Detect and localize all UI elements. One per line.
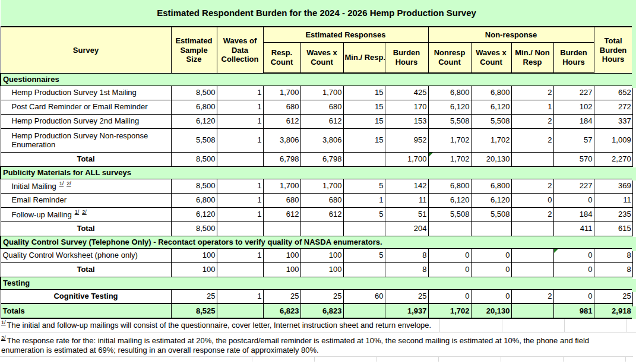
table-row: Total10010010080008	[1, 262, 632, 277]
sheet-gridline	[626, 319, 627, 332]
col-header-survey: Survey	[1, 27, 171, 73]
value-cell: 2	[511, 289, 553, 303]
value-cell: 2	[511, 114, 553, 128]
sheet-gridline	[314, 357, 315, 362]
value-cell: 204	[385, 221, 428, 236]
sheet-gridline-strip	[0, 357, 636, 362]
row-label: Hemp Production Survey 2nd Mailing	[1, 114, 171, 128]
value-cell: 1,702	[428, 152, 471, 166]
value-cell: 170	[385, 100, 428, 114]
footnotes: 1/The initial and follow-up mailings wil…	[0, 319, 636, 362]
value-cell: 8	[385, 262, 428, 277]
value-cell: 6,120	[471, 100, 511, 114]
value-cell	[471, 221, 511, 236]
value-cell: 1,700	[300, 179, 343, 193]
value-cell: 8	[594, 262, 632, 277]
value-cell: 6,120	[428, 100, 471, 114]
value-cell: 2,270	[594, 152, 632, 166]
value-cell: 5	[343, 248, 385, 262]
title-row: Estimated Respondent Burden for the 2024…	[1, 0, 632, 27]
sheet-gridline	[501, 357, 501, 362]
value-cell: 1	[217, 193, 263, 207]
right-margin-fill	[632, 167, 636, 181]
value-cell	[217, 221, 263, 236]
value-cell	[217, 303, 263, 318]
burden-table: Estimated Respondent Burden for the 2024…	[0, 0, 633, 319]
footnote-2: 2/The response rate for the: initial mai…	[0, 333, 633, 357]
value-cell	[511, 221, 553, 236]
value-cell: 25	[263, 289, 300, 303]
value-cell: 153	[385, 114, 428, 128]
value-cell: 1	[217, 289, 263, 303]
value-cell: 272	[594, 100, 632, 114]
section-title: Quality Control Survey (Telephone Only) …	[1, 236, 632, 248]
value-cell: 2	[511, 179, 553, 193]
value-cell: 15	[343, 100, 385, 114]
value-cell: 612	[263, 207, 300, 221]
value-cell: 680	[300, 193, 343, 207]
footnote-ref: 1/	[59, 181, 64, 186]
row-label: Cognitive Testing	[1, 289, 171, 303]
value-cell: 6,800	[171, 100, 217, 114]
value-cell: 1	[217, 128, 263, 152]
value-cell: 11	[594, 193, 632, 207]
value-cell: 5,508	[471, 207, 511, 221]
right-margin-fill	[632, 237, 636, 251]
col-header-sample-size: Estimated Sample Size	[171, 27, 217, 73]
sheet-gridline	[625, 357, 626, 362]
value-cell: 51	[385, 207, 428, 221]
value-cell: 1	[217, 114, 263, 128]
value-cell: 6,120	[171, 114, 217, 128]
row-label: Total	[1, 221, 171, 236]
value-cell	[343, 303, 385, 318]
footnote-ref: 2/	[82, 209, 87, 215]
value-cell: 612	[300, 207, 343, 221]
value-cell: 1	[217, 179, 263, 193]
value-cell: 612	[300, 114, 343, 128]
value-cell: 8	[385, 248, 428, 262]
sheet-gridline	[563, 357, 564, 362]
table-row: Quality Control Worksheet (phone only)10…	[1, 248, 632, 262]
row-label: Email Reminder	[1, 193, 171, 207]
value-cell: 6,823	[300, 303, 343, 318]
table-row: Email Reminder6,80016806801116,1206,1200…	[1, 193, 632, 207]
col-header-nonresp-count: Nonresp Count	[428, 42, 471, 73]
error-flag-triangle	[554, 249, 558, 253]
value-cell: 1,937	[385, 303, 428, 318]
value-cell: 3,806	[263, 128, 300, 152]
col-header-nr-burden-hours: Burden Hours	[553, 42, 594, 73]
value-cell: 6,798	[300, 152, 343, 166]
value-cell: 1	[343, 193, 385, 207]
error-flag-triangle	[429, 153, 433, 157]
value-cell: 6,120	[171, 207, 217, 221]
section-title: Testing	[1, 277, 632, 289]
value-cell	[343, 262, 385, 277]
table-row: Post Card Reminder or Email Reminder6,80…	[1, 100, 632, 114]
row-label: Total	[1, 262, 171, 277]
value-cell: 615	[594, 221, 632, 236]
row-label: Initial Mailing1/2/	[1, 179, 171, 193]
section-header-row: Testing	[1, 277, 632, 289]
value-cell: 100	[263, 248, 300, 262]
spreadsheet-sheet: Estimated Respondent Burden for the 2024…	[0, 0, 636, 362]
value-cell: 20,130	[471, 303, 511, 318]
table-row: Hemp Production Survey Non-response Enum…	[1, 128, 632, 152]
value-cell: 184	[553, 114, 594, 128]
value-cell: 8,500	[171, 86, 217, 100]
grand-totals-row: Totals8,5256,8236,8231,9371,70220,130981…	[1, 303, 632, 318]
sheet-gridline	[252, 357, 252, 362]
value-cell: 1,702	[428, 128, 471, 152]
row-label: Post Card Reminder or Email Reminder	[1, 100, 171, 114]
value-cell: 5,508	[428, 114, 471, 128]
value-cell: 680	[300, 100, 343, 114]
value-cell: 0	[428, 248, 471, 262]
value-cell: 57	[553, 128, 594, 152]
footnote-mark: 1/	[1, 319, 6, 325]
col-header-nr-waves-x-count: Waves x Count	[471, 42, 511, 73]
value-cell	[428, 221, 471, 236]
section-header-row: Quality Control Survey (Telephone Only) …	[1, 236, 632, 248]
sheet-gridline	[564, 319, 565, 332]
value-cell	[511, 152, 553, 166]
footnote-1: 1/The initial and follow-up mailings wil…	[0, 319, 636, 333]
value-cell: 1	[511, 100, 553, 114]
